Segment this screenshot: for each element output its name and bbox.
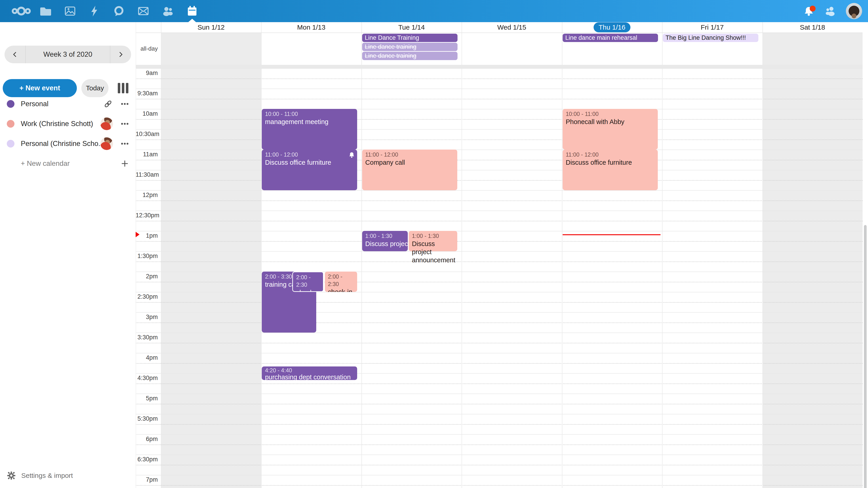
slot-line-15min bbox=[135, 221, 863, 221]
time-label: 4:30pm bbox=[135, 375, 158, 382]
talk-icon bbox=[113, 5, 125, 17]
event[interactable]: 11:00 - 12:00Company call bbox=[362, 150, 457, 190]
allday-event[interactable]: Line dance main rehearsal bbox=[563, 34, 658, 42]
allday-event[interactable]: The Big Line Dancing Show!!! bbox=[663, 34, 758, 42]
slot-line-30min bbox=[135, 332, 863, 333]
week-navigation: Week 3 of 2020 bbox=[4, 46, 131, 63]
calendar-actions-menu[interactable] bbox=[120, 139, 130, 149]
slot-line-30min bbox=[135, 68, 863, 69]
calendar-actions-menu[interactable] bbox=[120, 99, 130, 109]
event-title: Discuss office furniture bbox=[265, 158, 354, 166]
time-label: 6pm bbox=[135, 435, 158, 443]
event[interactable]: 2:00 - 2:30check-in bbox=[292, 271, 324, 292]
day-header-sat[interactable]: Sat 1/18 bbox=[763, 22, 863, 33]
now-indicator-line bbox=[563, 234, 660, 235]
day-header-tue[interactable]: Tue 1/14 bbox=[362, 22, 462, 33]
files-icon bbox=[40, 5, 52, 17]
allday-event[interactable]: Line dance training bbox=[362, 43, 458, 51]
event-time: 10:00 - 11:00 bbox=[566, 110, 655, 118]
slot-line-30min bbox=[135, 190, 863, 191]
calendar-list-item[interactable]: Work (Christine Schott) bbox=[0, 114, 135, 134]
today-pill: Thu 1/16 bbox=[594, 22, 630, 32]
app-activity[interactable] bbox=[82, 0, 107, 22]
calendar-name: Work (Christine Schott) bbox=[21, 120, 100, 128]
column-border bbox=[161, 22, 161, 488]
time-label: 6:30pm bbox=[135, 456, 158, 463]
calendar-name: Personal bbox=[21, 100, 103, 108]
app-contacts[interactable] bbox=[156, 0, 180, 22]
calendar-owner-avatar bbox=[100, 118, 113, 130]
contacts-menu-button[interactable] bbox=[824, 4, 838, 18]
calendar-sidebar: Week 3 of 2020 + New event Today Persona… bbox=[0, 22, 135, 488]
event[interactable]: 11:00 - 12:00Discuss office furniture bbox=[563, 150, 658, 190]
day-header-sun[interactable]: Sun 1/12 bbox=[161, 22, 261, 33]
allday-event[interactable]: Line dance training bbox=[362, 52, 458, 60]
time-label: 12pm bbox=[135, 192, 158, 199]
event[interactable]: 10:00 - 11:00management meeting bbox=[262, 109, 357, 150]
day-header-mon[interactable]: Mon 1/13 bbox=[261, 22, 361, 33]
event[interactable]: 2:00 - 2:30check-in bbox=[325, 271, 357, 292]
event-title: Discuss project ann bbox=[365, 240, 405, 248]
allday-event[interactable]: Line Dance Training bbox=[362, 34, 458, 42]
event-title: purchasing dept conversation bbox=[265, 374, 354, 381]
slot-line-30min bbox=[135, 414, 863, 414]
slot-line-15min bbox=[135, 424, 863, 425]
calendar-list-item[interactable]: Personal bbox=[0, 94, 135, 114]
event[interactable]: 10:00 - 11:00Phonecall with Abby bbox=[563, 109, 658, 150]
event-title: check-in bbox=[328, 288, 354, 292]
day-header-fri[interactable]: Fri 1/17 bbox=[662, 22, 762, 33]
nextcloud-logo[interactable] bbox=[9, 0, 33, 22]
new-calendar-button[interactable]: + New calendar bbox=[0, 154, 135, 173]
week-label[interactable]: Week 3 of 2020 bbox=[26, 51, 110, 59]
settings-import-button[interactable]: Settings & import bbox=[0, 468, 80, 484]
event[interactable]: 1:00 - 1:30Discuss project announcement bbox=[409, 231, 457, 251]
slot-line-30min bbox=[135, 373, 863, 374]
app-photos[interactable] bbox=[58, 0, 82, 22]
slot-line-15min bbox=[135, 200, 863, 201]
settings-import-label: Settings & import bbox=[21, 472, 73, 480]
share-link-icon[interactable] bbox=[103, 99, 113, 109]
time-label: 5:30pm bbox=[135, 415, 158, 422]
app-calendar[interactable] bbox=[180, 0, 204, 22]
slot-line-15min bbox=[135, 322, 863, 323]
event-title: management meeting bbox=[265, 118, 354, 126]
slot-line-30min bbox=[135, 353, 863, 353]
time-label: 12:30pm bbox=[135, 212, 158, 219]
time-label: 3:30pm bbox=[135, 334, 158, 341]
event[interactable]: 1:00 - 1:30Discuss project ann bbox=[362, 231, 408, 251]
next-week-button[interactable] bbox=[110, 46, 131, 63]
column-border bbox=[662, 22, 662, 488]
notifications-button[interactable] bbox=[802, 4, 816, 18]
event[interactable]: 11:00 - 12:00Discuss office furniture bbox=[262, 150, 357, 190]
app-talk[interactable] bbox=[107, 0, 131, 22]
slot-line-15min bbox=[135, 383, 863, 384]
nextcloud-calendar-app: Week 3 of 2020 + New event Today Persona… bbox=[0, 0, 868, 488]
event[interactable]: 4:20 - 4:40purchasing dept conversation bbox=[262, 366, 357, 380]
weekend-shade bbox=[161, 33, 261, 488]
event-time: 1:00 - 1:30 bbox=[412, 232, 454, 240]
previous-week-button[interactable] bbox=[4, 46, 26, 63]
day-header-thu[interactable]: Thu 1/16 bbox=[562, 22, 662, 33]
slot-line-30min bbox=[135, 170, 863, 170]
day-header-wed[interactable]: Wed 1/15 bbox=[462, 22, 562, 33]
app-mail[interactable] bbox=[131, 0, 156, 22]
plus-icon bbox=[121, 160, 129, 168]
calendar-icon bbox=[186, 5, 198, 17]
slot-line-30min bbox=[135, 292, 863, 292]
calendar-actions-menu[interactable] bbox=[120, 119, 130, 129]
calendar-list-item[interactable]: Personal (Christine Scho... bbox=[0, 134, 135, 154]
scrollbar-thumb[interactable] bbox=[864, 225, 867, 488]
slot-line-30min bbox=[135, 109, 863, 109]
event-time: 2:00 - 2:30 bbox=[296, 273, 320, 289]
app-files[interactable] bbox=[33, 0, 58, 22]
slot-line-15min bbox=[135, 78, 863, 79]
slot-line-15min bbox=[135, 180, 863, 181]
time-label: 4pm bbox=[135, 354, 158, 361]
user-avatar[interactable] bbox=[846, 3, 862, 19]
slot-line-15min bbox=[135, 404, 863, 404]
slot-line-30min bbox=[135, 210, 863, 211]
now-indicator-arrow bbox=[135, 232, 140, 237]
notification-badge bbox=[810, 6, 815, 11]
view-toggle-button[interactable] bbox=[118, 83, 128, 94]
calendar-color-dot bbox=[7, 120, 14, 128]
